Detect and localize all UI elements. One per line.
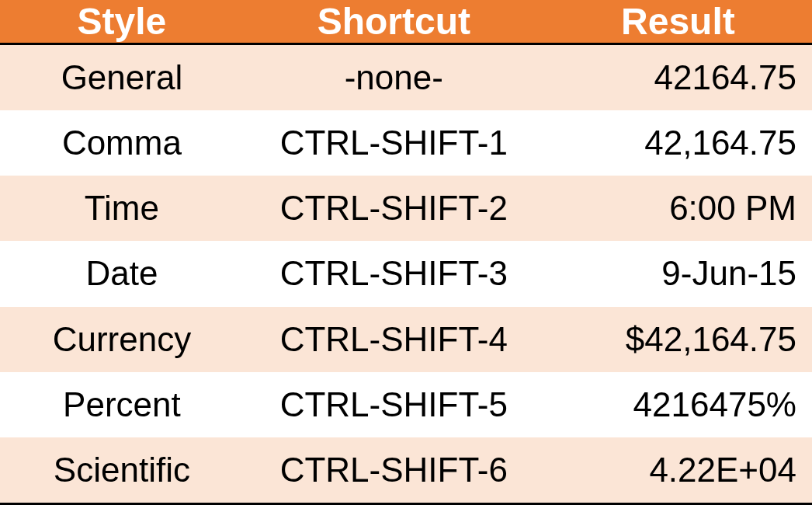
header-style: Style bbox=[0, 0, 244, 44]
format-shortcuts-table-wrap: Style Shortcut Result General -none- 421… bbox=[0, 0, 812, 505]
cell-style: General bbox=[0, 44, 244, 111]
cell-result: 42,164.75 bbox=[544, 110, 812, 176]
cell-shortcut: CTRL-SHIFT-6 bbox=[244, 437, 544, 504]
cell-shortcut: CTRL-SHIFT-5 bbox=[244, 372, 544, 437]
cell-result: 4216475% bbox=[544, 372, 812, 437]
cell-shortcut: CTRL-SHIFT-2 bbox=[244, 176, 544, 241]
cell-shortcut: -none- bbox=[244, 44, 544, 111]
cell-style: Time bbox=[0, 176, 244, 241]
header-row: Style Shortcut Result bbox=[0, 0, 812, 44]
header-result: Result bbox=[544, 0, 812, 44]
cell-shortcut: CTRL-SHIFT-4 bbox=[244, 307, 544, 372]
table-row: Scientific CTRL-SHIFT-6 4.22E+04 bbox=[0, 437, 812, 504]
header-shortcut: Shortcut bbox=[244, 0, 544, 44]
table-row: Time CTRL-SHIFT-2 6:00 PM bbox=[0, 176, 812, 241]
cell-result: 9-Jun-15 bbox=[544, 241, 812, 306]
table-row: Percent CTRL-SHIFT-5 4216475% bbox=[0, 372, 812, 437]
cell-style: Comma bbox=[0, 110, 244, 176]
table-row: General -none- 42164.75 bbox=[0, 44, 812, 111]
cell-result: 6:00 PM bbox=[544, 176, 812, 241]
cell-shortcut: CTRL-SHIFT-3 bbox=[244, 241, 544, 306]
cell-shortcut: CTRL-SHIFT-1 bbox=[244, 110, 544, 176]
cell-style: Percent bbox=[0, 372, 244, 437]
cell-style: Date bbox=[0, 241, 244, 306]
cell-result: 4.22E+04 bbox=[544, 437, 812, 504]
table-row: Date CTRL-SHIFT-3 9-Jun-15 bbox=[0, 241, 812, 306]
table-row: Comma CTRL-SHIFT-1 42,164.75 bbox=[0, 110, 812, 176]
cell-result: 42164.75 bbox=[544, 44, 812, 111]
cell-result: $42,164.75 bbox=[544, 307, 812, 372]
format-shortcuts-table: Style Shortcut Result General -none- 421… bbox=[0, 0, 812, 505]
table-row: Currency CTRL-SHIFT-4 $42,164.75 bbox=[0, 307, 812, 372]
cell-style: Currency bbox=[0, 307, 244, 372]
cell-style: Scientific bbox=[0, 437, 244, 504]
